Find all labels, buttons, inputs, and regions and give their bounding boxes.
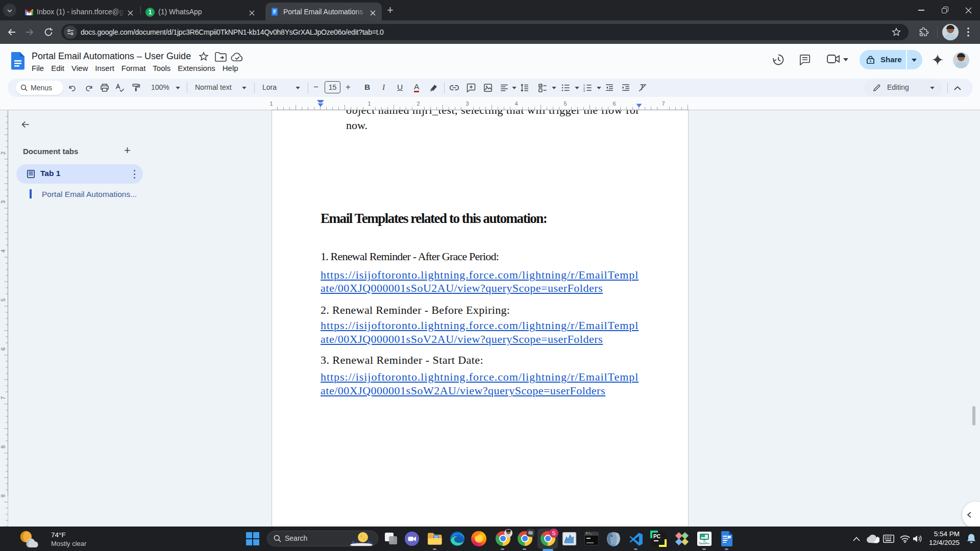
svg-text:2: 2 [416, 101, 420, 107]
svg-text:4: 4 [0, 249, 6, 253]
svg-text:9: 9 [0, 494, 6, 497]
svg-text:5: 5 [564, 101, 567, 107]
svg-text:3: 3 [583, 89, 585, 92]
svg-text:5: 5 [0, 298, 6, 302]
svg-text:6: 6 [0, 347, 6, 350]
svg-text:8: 8 [0, 445, 6, 448]
svg-text:7: 7 [0, 396, 6, 399]
svg-text:2: 2 [0, 152, 6, 155]
svg-text:1: 1 [368, 101, 371, 107]
svg-text:1: 1 [270, 101, 273, 107]
svg-text:6: 6 [612, 101, 616, 107]
svg-text:4: 4 [514, 101, 518, 107]
svg-text:3: 3 [0, 201, 6, 204]
svg-text:3: 3 [465, 101, 469, 107]
svg-text:7: 7 [662, 101, 665, 107]
